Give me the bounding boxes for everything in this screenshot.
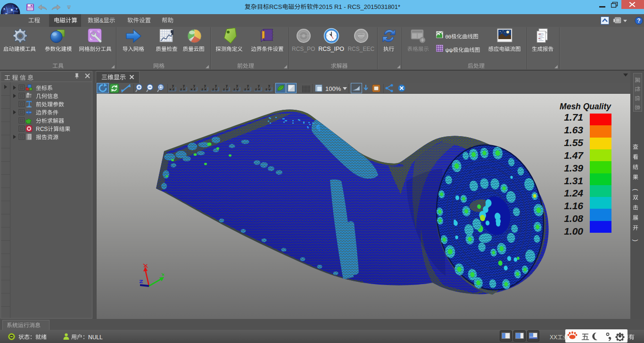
svg-text:y: y bbox=[226, 84, 228, 88]
svg-text:y: y bbox=[172, 84, 174, 88]
svg-text:y: y bbox=[247, 84, 249, 88]
svg-text:?: ? bbox=[637, 17, 640, 24]
svg-text:y: y bbox=[215, 84, 217, 88]
svg-text:y: y bbox=[258, 84, 260, 88]
svg-text:y: y bbox=[193, 84, 195, 88]
svg-text:y: y bbox=[236, 84, 238, 88]
svg-text:y: y bbox=[183, 84, 185, 88]
svg-text:y: y bbox=[268, 84, 270, 88]
svg-text:y: y bbox=[204, 84, 206, 88]
